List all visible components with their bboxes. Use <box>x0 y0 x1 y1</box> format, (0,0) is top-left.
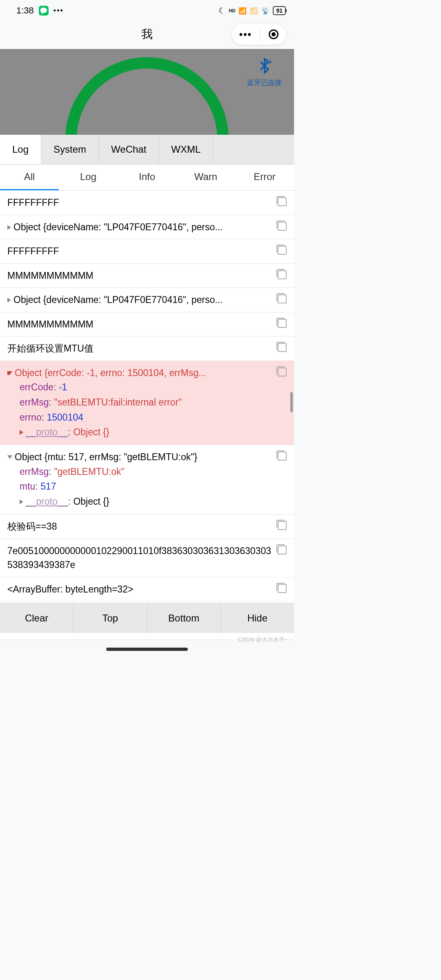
log-object-collapsed[interactable]: Object {deviceName: "LP047F0E770416", pe… <box>7 293 274 307</box>
filter-warn[interactable]: Warn <box>176 165 235 190</box>
log-text: 校验码==38 <box>7 519 274 534</box>
log-text: FFFFFFFFF <box>7 244 274 258</box>
status-time: 1:38 <box>16 5 34 16</box>
status-bar: 1:38 ••• ☾ HD 📶 📶 📡 91 <box>0 0 294 20</box>
expand-caret-icon[interactable] <box>20 499 23 504</box>
capsule-menu-button[interactable]: ••• <box>239 29 252 40</box>
log-text: MMMMMMMMMMM <box>7 269 274 283</box>
expand-caret-icon[interactable] <box>7 225 11 230</box>
log-row: Object {mtu: 517, errMsg: "getBLEMTU:ok"… <box>0 445 294 514</box>
copy-icon[interactable] <box>278 222 287 231</box>
filter-all[interactable]: All <box>0 165 59 190</box>
signal-icon: 📶 <box>238 7 247 15</box>
log-text: MMMMMMMMMMM <box>7 317 274 332</box>
log-object-expanded[interactable]: Object {errCode: -1, errno: 1500104, err… <box>7 366 274 440</box>
bottom-button[interactable]: Bottom <box>147 604 221 633</box>
top-button[interactable]: Top <box>74 604 147 633</box>
bluetooth-status-text: 蓝牙已连接 <box>247 78 282 87</box>
log-row: FFFFFFFFF <box>0 191 294 215</box>
log-row: Object {deviceName: "LP047F0E770416", pe… <box>0 288 294 312</box>
copy-icon[interactable] <box>278 521 287 530</box>
copy-icon[interactable] <box>278 343 287 352</box>
console-bottom-actions: Clear Top Bottom Hide <box>0 603 294 633</box>
log-row: MMMMMMMMMMM <box>0 264 294 288</box>
clear-button[interactable]: Clear <box>0 604 74 633</box>
console-main-tabs: Log System WeChat WXML <box>0 135 294 165</box>
watermark: CSDN @大力水手~ <box>238 636 288 644</box>
log-row: 开始循环设置MTU值 <box>0 336 294 361</box>
wechat-app-icon <box>39 6 49 16</box>
capsule-close-button[interactable] <box>269 29 278 39</box>
copy-icon[interactable] <box>278 584 287 593</box>
progress-arc-icon <box>65 57 229 135</box>
copy-icon[interactable] <box>278 452 287 461</box>
filter-log[interactable]: Log <box>59 165 118 190</box>
log-row: <ArrayBuffer: byteLength=32> <box>0 577 294 602</box>
tab-system[interactable]: System <box>41 135 99 164</box>
bluetooth-icon <box>247 57 282 78</box>
tab-wxml[interactable]: WXML <box>159 135 213 164</box>
wifi-icon: 📡 <box>261 7 270 15</box>
collapse-caret-icon[interactable] <box>7 455 12 459</box>
log-text: 开始循环设置MTU值 <box>7 341 274 356</box>
page-title: 我 <box>141 27 153 42</box>
expand-caret-icon[interactable] <box>7 298 11 303</box>
capsule-divider <box>260 29 261 40</box>
log-row: MMMMMMMMMMM <box>0 312 294 337</box>
bluetooth-status: 蓝牙已连接 <box>247 57 282 87</box>
log-object-expanded[interactable]: Object {mtu: 517, errMsg: "getBLEMTU:ok"… <box>7 450 274 509</box>
copy-icon[interactable] <box>278 270 287 279</box>
log-row: 7e005100000000000102290011010f3836303036… <box>0 539 294 577</box>
copy-icon[interactable] <box>278 368 287 376</box>
dnd-moon-icon: ☾ <box>218 6 226 16</box>
copy-icon[interactable] <box>278 319 287 328</box>
signal-2-icon: 📶 <box>250 7 258 15</box>
copy-icon[interactable] <box>278 546 287 555</box>
log-row-error: Object {errCode: -1, errno: 1500104, err… <box>0 361 294 445</box>
app-content-dimmed: 蓝牙已连接 <box>0 49 294 135</box>
scrollbar-thumb[interactable] <box>290 392 293 412</box>
copy-icon[interactable] <box>278 197 287 206</box>
log-row: FFFFFFFFF <box>0 239 294 264</box>
nav-pill[interactable] <box>106 648 188 651</box>
filter-error[interactable]: Error <box>235 165 294 190</box>
copy-icon[interactable] <box>278 246 287 255</box>
filter-info[interactable]: Info <box>118 165 176 190</box>
log-filter-tabs: All Log Info Warn Error <box>0 165 294 191</box>
log-text: FFFFFFFFF <box>7 196 274 210</box>
tab-log[interactable]: Log <box>0 135 41 164</box>
miniprogram-capsule: ••• <box>232 24 286 45</box>
log-row: 校验码==38 <box>0 514 294 539</box>
log-object-collapsed[interactable]: Object {deviceName: "LP047F0E770416", pe… <box>7 220 274 234</box>
log-text: <ArrayBuffer: byteLength=32> <box>7 582 274 597</box>
app-header: 我 ••• <box>0 20 294 49</box>
battery-indicator: 91 <box>273 6 286 15</box>
log-container[interactable]: FFFFFFFFF Object {deviceName: "LP047F0E7… <box>0 191 294 640</box>
hd-indicator: HD <box>229 8 236 13</box>
collapse-caret-icon[interactable] <box>7 371 12 375</box>
expand-caret-icon[interactable] <box>20 430 23 435</box>
hide-button[interactable]: Hide <box>221 604 294 633</box>
tab-wechat[interactable]: WeChat <box>99 135 159 164</box>
copy-icon[interactable] <box>278 294 287 303</box>
log-row: Object {deviceName: "LP047F0E770416", pe… <box>0 215 294 240</box>
log-text: 7e005100000000000102290011010f3836303036… <box>7 544 274 572</box>
notification-dots-icon: ••• <box>53 7 64 15</box>
